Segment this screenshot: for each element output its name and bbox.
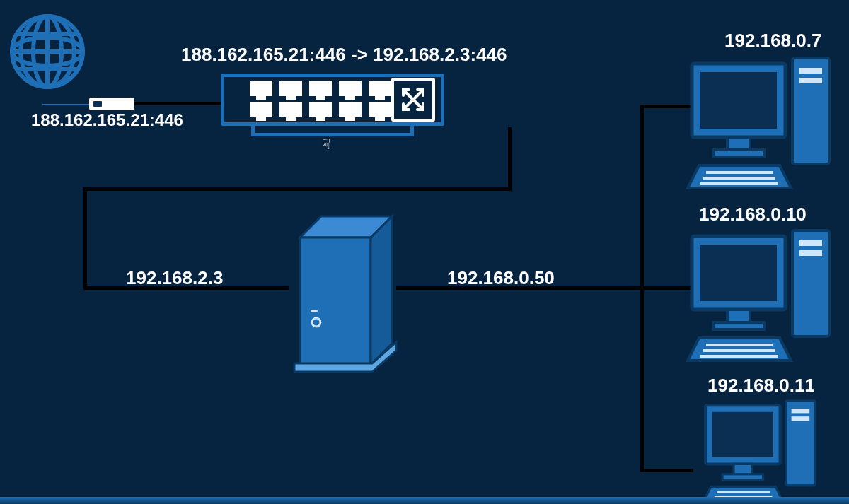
svg-rect-9 bbox=[300, 238, 371, 365]
server-icon bbox=[279, 209, 406, 379]
svg-rect-12 bbox=[311, 310, 318, 312]
router-port bbox=[339, 102, 362, 117]
svg-rect-20 bbox=[713, 150, 764, 157]
svg-rect-27 bbox=[799, 250, 822, 256]
router-icon bbox=[221, 74, 444, 136]
svg-rect-24 bbox=[700, 182, 778, 185]
link-modem-router bbox=[134, 102, 222, 105]
svg-rect-34 bbox=[703, 349, 775, 352]
footer-strip bbox=[0, 497, 849, 504]
public-ip-label: 188.162.165.21:446 bbox=[31, 110, 183, 130]
nat-rule-label: 188.162.165.21:446 -> 192.168.2.3:446 bbox=[181, 44, 507, 66]
pc3-ip-label: 192.168.0.11 bbox=[708, 375, 815, 397]
svg-rect-31 bbox=[713, 322, 764, 329]
link-router-server-seg4 bbox=[83, 286, 289, 290]
router-port bbox=[279, 81, 302, 96]
pc1-ip-label: 192.168.0.7 bbox=[724, 30, 821, 52]
router-port bbox=[279, 102, 302, 117]
modem-icon bbox=[89, 98, 134, 110]
svg-rect-26 bbox=[799, 240, 822, 246]
svg-rect-35 bbox=[700, 355, 778, 358]
router-port bbox=[339, 81, 362, 96]
link-router-server-seg2 bbox=[83, 187, 512, 191]
svg-rect-14 bbox=[792, 58, 829, 164]
desktop-pc1-icon bbox=[685, 54, 833, 199]
router-port bbox=[309, 81, 332, 96]
svg-rect-29 bbox=[700, 245, 777, 301]
svg-marker-10 bbox=[371, 216, 392, 365]
svg-rect-38 bbox=[792, 416, 810, 421]
svg-rect-22 bbox=[706, 171, 773, 174]
desktop-pc3-icon bbox=[685, 397, 833, 504]
svg-rect-37 bbox=[792, 409, 810, 413]
switch-arrows-icon bbox=[391, 78, 435, 122]
svg-rect-33 bbox=[706, 344, 773, 346]
svg-rect-16 bbox=[799, 78, 822, 83]
link-router-server-seg3 bbox=[83, 187, 87, 290]
link-server-lan-trunk bbox=[396, 286, 644, 290]
router-port bbox=[369, 102, 391, 117]
link-internet-modem bbox=[42, 104, 91, 105]
globe-icon bbox=[8, 13, 86, 93]
router-port bbox=[309, 102, 332, 117]
router-port bbox=[250, 102, 272, 117]
pc2-ip-label: 192.168.0.10 bbox=[699, 204, 807, 225]
svg-rect-42 bbox=[722, 474, 763, 480]
desktop-pc2-icon bbox=[685, 226, 833, 371]
svg-rect-25 bbox=[792, 230, 829, 336]
svg-rect-36 bbox=[786, 401, 816, 486]
network-diagram: 188.162.165.21:446 -> 192.168.2.3:446 18… bbox=[0, 0, 849, 504]
svg-rect-15 bbox=[799, 68, 822, 74]
router-port bbox=[250, 81, 272, 96]
cursor-icon: ☟ bbox=[322, 136, 330, 153]
link-router-server-seg1 bbox=[508, 127, 512, 191]
router-port bbox=[369, 81, 391, 96]
svg-rect-44 bbox=[717, 491, 770, 493]
svg-rect-40 bbox=[712, 412, 773, 457]
svg-rect-18 bbox=[700, 72, 777, 129]
svg-rect-23 bbox=[703, 177, 775, 180]
